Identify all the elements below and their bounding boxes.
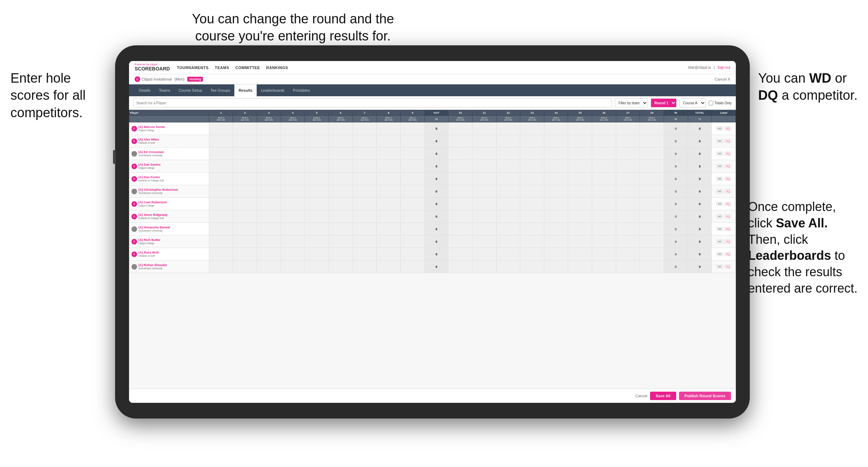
score-input-15[interactable] bbox=[569, 140, 591, 143]
score-input-8[interactable] bbox=[377, 240, 400, 243]
score-hole-4[interactable] bbox=[281, 148, 305, 160]
dq-button[interactable]: DQ bbox=[725, 189, 731, 193]
score-input-16[interactable] bbox=[593, 177, 615, 181]
score-input-18[interactable] bbox=[641, 227, 663, 231]
score-input-11[interactable] bbox=[473, 165, 496, 168]
score-input-14[interactable] bbox=[545, 190, 567, 193]
score-input-15[interactable] bbox=[569, 190, 591, 193]
score-hole-10[interactable] bbox=[448, 210, 473, 223]
score-input-10[interactable] bbox=[449, 140, 471, 143]
score-input-12[interactable] bbox=[497, 202, 520, 206]
score-hole-11[interactable] bbox=[472, 248, 496, 261]
score-hole-5[interactable] bbox=[305, 223, 329, 235]
score-hole-2[interactable] bbox=[233, 261, 257, 273]
score-hole-16[interactable] bbox=[592, 173, 616, 185]
wd-button[interactable]: WD bbox=[716, 164, 723, 168]
score-hole-3[interactable] bbox=[257, 185, 281, 198]
score-input-5[interactable] bbox=[305, 227, 328, 231]
score-input-4[interactable] bbox=[282, 152, 304, 156]
tab-leaderboards[interactable]: Leaderboards bbox=[257, 84, 289, 96]
score-input-4[interactable] bbox=[282, 215, 304, 218]
score-hole-12[interactable] bbox=[496, 135, 520, 148]
score-input-18[interactable] bbox=[641, 140, 663, 143]
score-hole-1[interactable] bbox=[209, 148, 233, 160]
score-input-10[interactable] bbox=[449, 265, 471, 269]
score-hole-10[interactable] bbox=[448, 185, 473, 198]
score-hole-4[interactable] bbox=[281, 122, 305, 135]
score-input-7[interactable] bbox=[354, 240, 376, 243]
score-hole-17[interactable] bbox=[616, 160, 640, 173]
score-hole-7[interactable] bbox=[353, 223, 377, 235]
score-input-5[interactable] bbox=[305, 152, 328, 156]
score-hole-9[interactable] bbox=[400, 198, 424, 210]
score-hole-5[interactable] bbox=[305, 185, 329, 198]
score-input-7[interactable] bbox=[354, 202, 376, 206]
score-input-14[interactable] bbox=[545, 152, 567, 156]
score-hole-15[interactable] bbox=[568, 135, 592, 148]
score-hole-15[interactable] bbox=[568, 185, 592, 198]
score-input-11[interactable] bbox=[473, 140, 496, 143]
score-input-7[interactable] bbox=[354, 215, 376, 218]
score-input-2[interactable] bbox=[234, 127, 256, 130]
score-input-6[interactable] bbox=[330, 227, 352, 231]
score-input-14[interactable] bbox=[545, 215, 567, 218]
cancel-button[interactable]: Cancel bbox=[635, 394, 647, 398]
score-input-12[interactable] bbox=[497, 127, 520, 130]
score-input-8[interactable] bbox=[377, 140, 400, 143]
score-input-15[interactable] bbox=[569, 165, 591, 168]
score-input-16[interactable] bbox=[593, 140, 615, 143]
score-input-1[interactable] bbox=[210, 215, 232, 218]
score-hole-12[interactable] bbox=[496, 261, 520, 273]
score-input-18[interactable] bbox=[641, 240, 663, 243]
score-input-1[interactable] bbox=[210, 265, 232, 269]
score-hole-8[interactable] bbox=[377, 148, 401, 160]
dq-button[interactable]: DQ bbox=[725, 240, 731, 243]
score-hole-18[interactable] bbox=[640, 122, 664, 135]
score-input-16[interactable] bbox=[593, 240, 615, 243]
score-hole-2[interactable] bbox=[233, 198, 257, 210]
score-hole-12[interactable] bbox=[496, 148, 520, 160]
score-hole-3[interactable] bbox=[257, 248, 281, 261]
score-hole-11[interactable] bbox=[472, 135, 496, 148]
score-hole-6[interactable] bbox=[329, 122, 353, 135]
score-hole-16[interactable] bbox=[592, 210, 616, 223]
score-hole-13[interactable] bbox=[520, 198, 544, 210]
score-hole-4[interactable] bbox=[281, 261, 305, 273]
score-hole-1[interactable] bbox=[209, 122, 233, 135]
score-hole-9[interactable] bbox=[400, 160, 424, 173]
score-input-15[interactable] bbox=[569, 215, 591, 218]
score-hole-6[interactable] bbox=[329, 185, 353, 198]
score-hole-1[interactable] bbox=[209, 235, 233, 248]
score-input-14[interactable] bbox=[545, 253, 567, 256]
score-hole-15[interactable] bbox=[568, 261, 592, 273]
score-hole-10[interactable] bbox=[448, 173, 473, 185]
score-input-5[interactable] bbox=[305, 253, 328, 256]
score-hole-15[interactable] bbox=[568, 248, 592, 261]
score-hole-13[interactable] bbox=[520, 148, 544, 160]
tab-tee-groups[interactable]: Tee Groups bbox=[206, 84, 234, 96]
score-hole-18[interactable] bbox=[640, 185, 664, 198]
dq-button[interactable]: DQ bbox=[725, 139, 731, 143]
score-input-13[interactable] bbox=[521, 265, 543, 269]
score-input-5[interactable] bbox=[305, 202, 328, 206]
score-hole-3[interactable] bbox=[257, 198, 281, 210]
score-input-12[interactable] bbox=[497, 227, 520, 231]
score-hole-10[interactable] bbox=[448, 261, 473, 273]
score-input-6[interactable] bbox=[330, 140, 352, 143]
score-hole-4[interactable] bbox=[281, 160, 305, 173]
score-input-8[interactable] bbox=[377, 202, 400, 206]
score-hole-7[interactable] bbox=[353, 148, 377, 160]
score-hole-11[interactable] bbox=[472, 261, 496, 273]
score-hole-15[interactable] bbox=[568, 198, 592, 210]
score-hole-4[interactable] bbox=[281, 235, 305, 248]
wd-button[interactable]: WD bbox=[716, 177, 723, 181]
score-hole-6[interactable] bbox=[329, 223, 353, 235]
score-input-5[interactable] bbox=[305, 127, 328, 130]
score-input-13[interactable] bbox=[521, 190, 543, 193]
score-hole-2[interactable] bbox=[233, 173, 257, 185]
score-input-1[interactable] bbox=[210, 190, 232, 193]
score-hole-18[interactable] bbox=[640, 248, 664, 261]
score-input-13[interactable] bbox=[521, 253, 543, 256]
score-hole-16[interactable] bbox=[592, 135, 616, 148]
score-input-10[interactable] bbox=[449, 152, 471, 156]
